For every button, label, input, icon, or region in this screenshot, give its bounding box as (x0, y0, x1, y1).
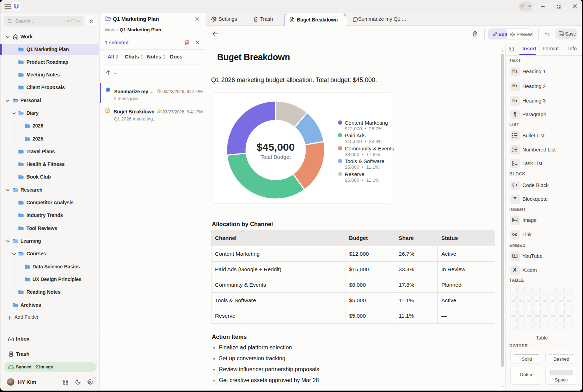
svg-text:$5,000 • 11.1%: $5,000 • 11.1% (345, 164, 379, 170)
svg-text:$5,000 • 11.1%: $5,000 • 11.1% (345, 178, 379, 183)
svg-text:Content Marketing: Content Marketing (345, 120, 388, 126)
svg-text:Community & Events: Community & Events (345, 145, 394, 151)
svg-text:Reserve: Reserve (345, 171, 364, 177)
svg-text:2: 2 (512, 150, 514, 152)
svg-text:$8,000 • 17.8%: $8,000 • 17.8% (345, 152, 380, 157)
svg-text:1: 1 (512, 147, 514, 149)
svg-text:Tools & Software: Tools & Software (345, 158, 385, 164)
svg-text:$45,000: $45,000 (257, 141, 295, 153)
svg-text:$12,000 • 26.7%: $12,000 • 26.7% (345, 126, 382, 131)
svg-text:Paid Ads: Paid Ads (345, 132, 366, 138)
svg-text:$15,000 • 33.3%: $15,000 • 33.3% (345, 139, 382, 144)
svg-text:Total Budget: Total Budget (260, 154, 291, 160)
